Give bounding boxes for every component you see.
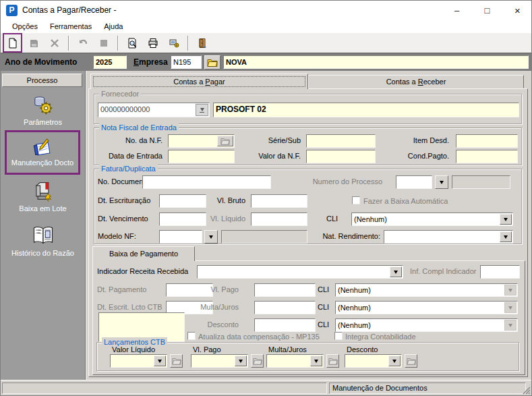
process-button[interactable] [165, 34, 182, 51]
cli3-combobox: (Nenhum) [335, 318, 518, 332]
nota-fiscal-group: Nota Fiscal de Entrada No. da N.F. Série… [94, 128, 522, 165]
serie-sub-input[interactable] [306, 134, 376, 148]
modelo-nf-dropdown-button[interactable] [204, 230, 218, 244]
dropdown-button[interactable] [500, 214, 512, 225]
print-preview-icon [127, 38, 138, 49]
dropdown-button[interactable] [196, 104, 208, 116]
close-button[interactable]: × [502, 1, 532, 20]
vl-pago-input[interactable] [254, 283, 316, 297]
menu-ferramentas[interactable]: Ferramentas [44, 20, 98, 33]
open-folder-disabled-icon [220, 137, 230, 145]
multa-juros-browse-button [326, 354, 339, 368]
dropdown-button[interactable] [390, 266, 402, 277]
window-title: Contas a Pagar/Receber - [22, 5, 116, 15]
toolbar-separator [68, 36, 69, 51]
item-desd-input[interactable] [456, 134, 518, 148]
valor-nf-input[interactable] [306, 150, 376, 163]
dropdown-button[interactable] [500, 231, 512, 242]
company-label: Empresa [134, 56, 168, 68]
cli1-combobox: (Nenhum) [335, 283, 518, 297]
inf-compl-label: Inf. Compl Indicador [410, 265, 476, 277]
chevron-down-icon [508, 306, 512, 310]
tab-baixa-de-pagamento[interactable]: Baixa de Pagamento [92, 246, 195, 261]
multa-juros-combobox[interactable] [266, 354, 324, 368]
sidebar-header[interactable]: Processo [2, 74, 82, 87]
desconto-combobox[interactable] [345, 354, 402, 368]
print-preview-button[interactable] [123, 34, 140, 51]
indicador-label: Indicador Receita Recebida [97, 265, 188, 277]
new-document-icon [7, 38, 18, 49]
nf-number-input[interactable] [168, 134, 235, 148]
cli-label: CLI [318, 283, 329, 295]
dropdown-button[interactable] [388, 356, 401, 366]
dt-pagamento-label: Dt. Pagamento [97, 283, 146, 295]
company-name-field[interactable]: NOVA [223, 55, 529, 69]
tab-contas-a-receber[interactable]: Contas a Receber [308, 75, 524, 88]
vl-liquido-input[interactable] [251, 213, 307, 226]
chevron-down-icon [200, 108, 204, 111]
year-label: Ano de Movimento [5, 56, 77, 68]
data-entrada-input[interactable] [168, 150, 235, 163]
numero-processo-dropdown-button[interactable] [435, 175, 448, 189]
sidebar-item-manutencao-docto[interactable]: Manutenção Docto [5, 130, 80, 175]
numero-processo-input[interactable] [396, 175, 432, 189]
inf-compl-input[interactable] [480, 265, 520, 279]
baixa-panel: Indicador Receita Recebida Inf. Compl In… [92, 260, 525, 375]
sidebar-item-label: Parâmetros [24, 118, 62, 126]
tab-contas-a-pagar[interactable]: Contas a Pagar [90, 74, 308, 89]
desconto-browse-button [405, 354, 417, 368]
minimize-button[interactable]: – [442, 1, 472, 20]
multa-juros-input[interactable] [254, 301, 316, 314]
vl-bruto-input[interactable] [251, 194, 307, 208]
year-input[interactable]: 2025 [93, 55, 127, 69]
fornecedor-name-field[interactable]: PROSOFT 02 [213, 103, 519, 117]
highlight-box-new [3, 33, 22, 53]
chevron-down-icon [158, 360, 162, 363]
company-browse-button[interactable] [204, 55, 220, 69]
desconto-input[interactable] [254, 318, 316, 332]
sidebar-item-parametros[interactable]: Parâmetros [1, 94, 85, 126]
printer-icon [148, 38, 158, 49]
cli-combobox[interactable]: (Nenhum) [351, 213, 513, 226]
valor-liquido-combobox[interactable] [110, 354, 167, 368]
serie-sub-label: Série/Sub [229, 134, 301, 146]
open-folder-disabled-icon [407, 357, 416, 365]
sidebar-item-baixa-em-lote[interactable]: Baixa em Lote [1, 179, 85, 213]
save-button [25, 34, 42, 51]
no-documento-input[interactable] [142, 175, 271, 189]
indicador-combobox[interactable] [197, 265, 403, 279]
desconto-label: Desconto [194, 318, 239, 331]
chevron-down-icon [440, 181, 444, 184]
dt-vencimento-input[interactable] [159, 213, 206, 226]
company-code-input[interactable]: N195 [171, 55, 202, 69]
atualiza-compensacao-label: Atualiza data compensação - MP135 [198, 331, 320, 343]
main-content: Contas a Pagar Contas a Receber Forneced… [86, 71, 531, 380]
dropdown-button[interactable] [154, 356, 166, 366]
nat-rendimento-combobox[interactable] [384, 230, 513, 244]
menu-ajuda[interactable]: Ajuda [98, 20, 129, 33]
maximize-button[interactable]: □ [472, 1, 502, 20]
undo-icon [78, 38, 88, 49]
exit-button[interactable] [194, 34, 210, 51]
sidebar-item-historico-razao[interactable]: Histórico do Razão [1, 223, 85, 257]
process-data-icon [169, 38, 179, 49]
chevron-down-icon [239, 360, 243, 363]
integra-contabilidade-label: Integra Contabilidade [345, 331, 416, 343]
resize-grip[interactable] [522, 386, 531, 395]
status-panel-message: Manutenção de Documentos [329, 383, 526, 394]
modelo-nf-input[interactable] [159, 230, 202, 244]
open-folder-disabled-icon [328, 357, 338, 365]
year-company-bar: Ano de Movimento 2025 Empresa N195 NOVA [1, 53, 531, 72]
open-folder-icon [207, 58, 218, 67]
dt-escrituracao-input[interactable] [159, 194, 206, 208]
vl-pago-combobox[interactable] [191, 354, 248, 368]
print-button[interactable] [144, 34, 161, 51]
dropdown-button[interactable] [310, 356, 322, 366]
cond-pagto-input[interactable] [456, 150, 518, 163]
menu-opcoes[interactable]: Opções [6, 20, 44, 33]
new-document-button[interactable] [4, 34, 21, 51]
fornecedor-code-combobox[interactable]: 000000000000 [98, 103, 210, 117]
process-sidebar: Processo Parâmetros Manutenção Docto [1, 71, 86, 380]
vl-pago-browse-button [251, 354, 264, 368]
dropdown-button[interactable] [235, 356, 247, 366]
